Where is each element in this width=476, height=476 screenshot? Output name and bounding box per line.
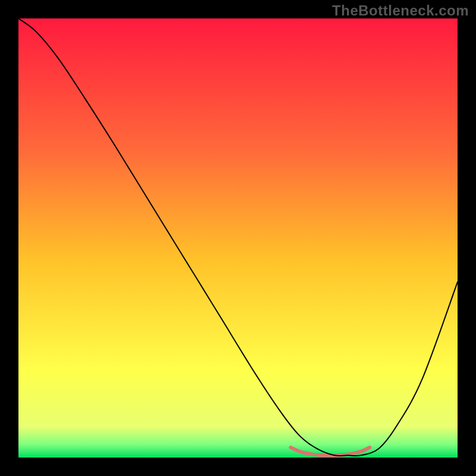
watermark-text: TheBottleneck.com bbox=[332, 2, 469, 19]
bottleneck-chart bbox=[18, 18, 458, 458]
chart-container bbox=[18, 18, 458, 458]
gradient-background bbox=[18, 18, 458, 458]
